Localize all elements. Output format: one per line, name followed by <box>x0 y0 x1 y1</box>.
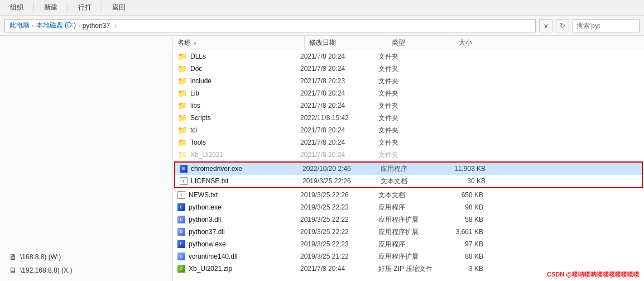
file-date: 2021/7/8 20:24 <box>300 102 378 109</box>
file-name: chromedriver.exe <box>191 165 242 173</box>
table-row[interactable]: T NEWS.txt 2019/3/25 22:26 文本文档 650 KB <box>173 189 644 201</box>
nav-new[interactable]: 新建 <box>39 2 63 13</box>
nav-sep3 <box>102 3 102 12</box>
file-type: 文件夹 <box>378 64 445 74</box>
sidebar-item-w[interactable]: 🖥 \168.8.8) (W:) <box>0 250 172 264</box>
file-date: 2022/11/8 15:42 <box>300 114 378 122</box>
breadcrumb-drive[interactable]: 本地磁盘 (D:) <box>36 21 76 30</box>
file-date: 2021/7/8 20:24 <box>300 65 378 73</box>
address-right: ∨ ↻ <box>539 19 640 32</box>
folder-icon: 📁 <box>177 101 187 110</box>
network-drive-icon-x: 🖥 <box>9 266 17 275</box>
table-row[interactable]: 📁Scripts 2022/11/8 15:42 文件夹 <box>173 112 644 124</box>
nav-organize[interactable]: 组织 <box>4 2 29 13</box>
file-type: 应用程序扩展 <box>378 252 445 261</box>
table-row[interactable]: 📁include 2021/7/8 20:23 文件夹 <box>173 75 644 87</box>
network-drive-icon-w: 🖥 <box>9 253 17 261</box>
file-size: 97 KB <box>445 240 490 248</box>
column-headers: 名称 ∧ 修改日期 类型 大小 <box>173 36 644 50</box>
file-date: 2019/3/25 22:23 <box>300 240 378 248</box>
file-date: 2021/7/8 20:23 <box>300 77 378 85</box>
address-bar: 此电脑 › 本地磁盘 (D:) › python37 › ∨ ↻ <box>0 16 644 36</box>
file-size: 3,661 KB <box>445 228 490 236</box>
file-type: 好压 ZIP 压缩文件 <box>378 264 445 274</box>
file-name: vcruntime140.dll <box>189 253 237 260</box>
refresh-btn[interactable]: ↻ <box>556 19 569 32</box>
file-date: 2019/3/25 22:26 <box>302 177 381 185</box>
sidebar: 🖥 \168.8.8) (W:) 🖥 \192.168.8.8) (X:) <box>0 36 173 281</box>
table-row[interactable]: E pythonw.exe 2019/3/25 22:23 应用程序 97 KB <box>173 238 644 250</box>
file-date: 2021/7/8 20:24 <box>300 126 378 134</box>
file-size: 3 KB <box>445 265 490 273</box>
table-row[interactable]: E chromedriver.exe 2022/10/20 2:46 应用程序 … <box>175 163 642 175</box>
file-name: Xb_Ui2021 <box>190 151 223 159</box>
file-name: tcl <box>190 126 197 134</box>
file-name: Doc <box>190 65 202 73</box>
file-date: 2021/7/8 20:44 <box>300 265 378 273</box>
file-date: 2021/7/8 20:24 <box>300 139 378 146</box>
nav-sep2 <box>68 3 68 12</box>
file-type: 应用程序 <box>378 240 445 249</box>
txt-icon: T <box>177 191 185 199</box>
file-type: 文件夹 <box>378 138 445 147</box>
file-size: 58 KB <box>445 216 490 223</box>
table-row[interactable]: 📁Xb_Ui2021 2021/7/8 20:24 文件夹 <box>173 149 644 161</box>
folder-icon: 📁 <box>177 126 187 135</box>
folder-icon: 📁 <box>177 138 187 147</box>
file-date: 2021/7/8 20:24 <box>300 89 378 97</box>
table-row[interactable]: 📁DLLs 2021/7/8 20:24 文件夹 <box>173 50 644 63</box>
sidebar-label-w: \168.8.8) (W:) <box>20 253 61 261</box>
file-name: Lib <box>190 89 199 97</box>
file-size: 650 KB <box>445 191 490 199</box>
file-size: 11,903 KB <box>448 165 492 173</box>
file-type: 文件夹 <box>378 150 445 160</box>
file-date: 2019/3/25 22:23 <box>300 203 378 211</box>
file-type: 文件夹 <box>378 89 445 98</box>
nav-back[interactable]: 返回 <box>107 2 131 13</box>
table-row[interactable]: D python37.dll 2019/3/25 22:22 应用程序扩展 3,… <box>173 226 644 238</box>
col-size-header: 大小 <box>459 38 472 47</box>
zip-icon: Z <box>177 265 185 273</box>
table-row[interactable]: 📁libs 2021/7/8 20:24 文件夹 <box>173 99 644 112</box>
folder-icon: 📁 <box>177 77 187 85</box>
dropdown-btn[interactable]: ∨ <box>539 19 552 32</box>
table-row[interactable]: 📁Lib 2021/7/8 20:24 文件夹 <box>173 87 644 99</box>
file-type: 应用程序 <box>381 164 448 174</box>
table-row[interactable]: D vcruntime140.dll 2019/3/25 21:22 应用程序扩… <box>173 250 644 263</box>
file-size: 88 KB <box>445 253 490 260</box>
file-rows-container: 📁DLLs 2021/7/8 20:24 文件夹 📁Doc 2021/7/8 2… <box>173 50 644 281</box>
file-type: 文件夹 <box>378 126 445 135</box>
table-row[interactable]: 📁Tools 2021/7/8 20:24 文件夹 <box>173 136 644 149</box>
exe-icon: E <box>177 203 185 211</box>
breadcrumb-folder: python37 <box>83 22 110 30</box>
dll-icon: D <box>177 253 185 260</box>
exe-icon: E <box>180 165 188 173</box>
main-content: 🖥 \168.8.8) (W:) 🖥 \192.168.8.8) (X:) 名称… <box>0 36 644 281</box>
table-row[interactable]: E python.exe 2019/3/25 22:23 应用程序 98 KB <box>173 201 644 213</box>
table-row[interactable]: T LICENSE.txt 2019/3/25 22:26 文本文档 30 KB <box>175 175 642 187</box>
folder-icon: 📁 <box>177 89 187 98</box>
table-row[interactable]: D python3.dll 2019/3/25 22:22 应用程序扩展 58 … <box>173 213 644 226</box>
breadcrumb[interactable]: 此电脑 › 本地磁盘 (D:) › python37 › <box>4 19 536 32</box>
breadcrumb-end: › <box>114 22 117 30</box>
col-date-header: 修改日期 <box>309 38 336 47</box>
file-name: DLLs <box>190 53 206 60</box>
top-nav-strip: 组织 新建 行打 返回 <box>0 0 644 16</box>
file-name: python3.dll <box>189 216 221 223</box>
file-name: python37.dll <box>189 228 225 236</box>
search-input[interactable] <box>573 19 640 32</box>
file-date: 2019/3/25 22:22 <box>300 228 378 236</box>
file-explorer-window: 组织 新建 行打 返回 此电脑 › 本地磁盘 (D:) › python37 ›… <box>0 0 644 281</box>
file-type: 应用程序 <box>378 203 445 212</box>
table-row[interactable]: 📁Doc 2021/7/8 20:24 文件夹 <box>173 63 644 75</box>
file-type: 文本文档 <box>381 177 448 186</box>
table-row[interactable]: 📁tcl 2021/7/8 20:24 文件夹 <box>173 124 644 136</box>
folder-icon: 📁 <box>177 113 187 122</box>
highlighted-group: E chromedriver.exe 2022/10/20 2:46 应用程序 … <box>174 161 643 188</box>
sidebar-item-x[interactable]: 🖥 \192.168.8.8) (X:) <box>0 264 172 277</box>
breadcrumb-pc[interactable]: 此电脑 <box>9 21 30 30</box>
file-type: 应用程序扩展 <box>378 227 445 237</box>
file-date: 2019/3/25 22:22 <box>300 216 378 223</box>
nav-print[interactable]: 行打 <box>73 2 97 13</box>
file-date: 2019/3/25 22:26 <box>300 191 378 199</box>
